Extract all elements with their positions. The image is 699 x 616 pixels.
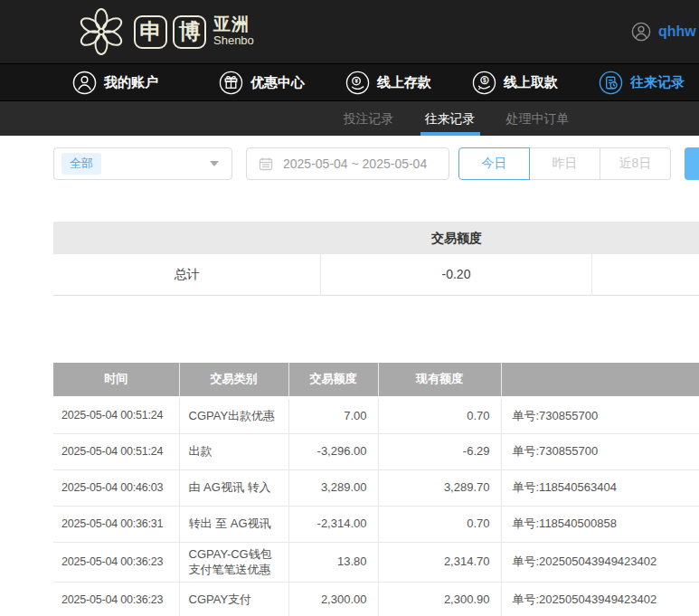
user-account[interactable]: qhhw xyxy=(631,0,696,63)
cell-balance: 0.70 xyxy=(378,506,501,542)
page: 申 博 亚洲 Shenbo qhhw 我的账户 xyxy=(0,0,699,616)
tab-label: 投注记录 xyxy=(344,111,394,126)
cell-memo: 单号:730855700 xyxy=(501,433,699,469)
col-header-time: 时间 xyxy=(53,363,179,397)
chevron-down-icon xyxy=(210,161,219,166)
cell-balance: 0.70 xyxy=(378,397,501,433)
cell-type: CGPAY-CG钱包支付笔笔送优惠 xyxy=(179,542,288,582)
cell-time: 2025-05-04 00:36:23 xyxy=(53,582,179,616)
summary-total-amount: -0.20 xyxy=(321,254,592,295)
withdraw-icon: $ xyxy=(472,71,496,95)
cell-amount: 7.00 xyxy=(288,397,378,433)
nav-label: 我的账户 xyxy=(104,74,158,91)
selected-category-chip: 全部 xyxy=(61,153,101,175)
table-row: 2025-05-04 00:51:24 出款 -3,296.00 -6.29 单… xyxy=(53,433,699,469)
svg-text:¥: ¥ xyxy=(354,77,358,83)
quick-date-buttons: 今日 昨日 近8日 xyxy=(458,147,671,180)
summary-amount-header: 交易额度 xyxy=(321,222,592,254)
cell-balance: 2,314.70 xyxy=(378,542,501,582)
cell-amount: 3,289.00 xyxy=(288,469,378,506)
summary-empty-cell xyxy=(592,254,699,295)
cell-type: 转出 至 AG视讯 xyxy=(179,506,288,542)
tab-label: 处理中订单 xyxy=(506,111,570,126)
cell-time: 2025-05-04 00:51:24 xyxy=(53,397,179,433)
nav-item-my-account[interactable]: 我的账户 xyxy=(72,71,158,95)
nav-label: 线上取款 xyxy=(504,74,558,91)
date-range-text: 2025-05-04 ~ 2025-05-04 xyxy=(283,156,427,171)
table-row: 2025-05-04 00:46:03 由 AG视讯 转入 3,289.00 3… xyxy=(53,469,699,506)
cell-time: 2025-05-04 00:36:23 xyxy=(53,542,179,582)
cell-balance: 3,289.70 xyxy=(378,469,501,506)
cell-amount: 2,300.00 xyxy=(288,582,378,616)
today-button[interactable]: 今日 xyxy=(458,147,530,180)
top-bar: 申 博 亚洲 Shenbo qhhw xyxy=(0,0,699,63)
category-select[interactable]: 全部 xyxy=(53,147,232,180)
cell-amount: -3,296.00 xyxy=(288,433,378,469)
account-icon xyxy=(72,71,97,95)
last-8-days-button[interactable]: 近8日 xyxy=(600,147,671,180)
summary-header-row: 交易额度 xyxy=(53,222,699,254)
table-header-row: 时间 交易类别 交易额度 现有额度 摘要 xyxy=(53,363,699,397)
nav-label: 往来记录 xyxy=(630,74,685,91)
username-text: qhhw xyxy=(658,24,696,40)
logo-region-text: 亚洲 xyxy=(213,15,254,34)
logo-char: 申 xyxy=(140,17,162,46)
calendar-icon xyxy=(258,156,274,172)
user-avatar-icon xyxy=(631,22,651,42)
brand-logo[interactable]: 申 博 亚洲 Shenbo xyxy=(76,6,254,57)
cell-time: 2025-05-04 00:36:31 xyxy=(53,506,179,542)
summary-total-row: 总计 -0.20 xyxy=(53,254,699,296)
tab-pending-orders[interactable]: 处理中订单 xyxy=(506,101,570,136)
cell-type: CGPAY出款优惠 xyxy=(179,397,288,433)
table-row: 2025-05-04 00:36:23 CGPAY-CG钱包支付笔笔送优惠 13… xyxy=(53,542,699,582)
cell-time: 2025-05-04 00:51:24 xyxy=(53,433,179,469)
gift-icon xyxy=(219,71,243,95)
content-area: 全部 2025-05-04 ~ 2025-05-04 今日 昨日 近8日 xyxy=(0,136,699,616)
deposit-icon: ¥ xyxy=(345,71,370,95)
logo-char-box: 博 xyxy=(173,15,206,49)
nav-item-records[interactable]: 往来记录 xyxy=(599,71,685,95)
logo-wordmark: 亚洲 Shenbo xyxy=(213,15,254,47)
cell-type: 出款 xyxy=(179,433,288,469)
cell-type: 由 AG视讯 转入 xyxy=(179,469,288,506)
nav-label: 优惠中心 xyxy=(250,74,305,91)
nav-item-withdraw[interactable]: $ 线上取款 xyxy=(472,71,558,95)
summary-table: 交易额度 总计 -0.20 xyxy=(53,222,699,296)
col-header-memo: 摘要 xyxy=(501,363,699,397)
table-row: 2025-05-04 00:51:24 CGPAY出款优惠 7.00 0.70 … xyxy=(53,397,699,433)
col-header-type: 交易类别 xyxy=(179,363,288,397)
cell-amount: -2,314.00 xyxy=(288,506,378,542)
table-row: 2025-05-04 00:36:31 转出 至 AG视讯 -2,314.00 … xyxy=(53,506,699,542)
search-button-clipped[interactable] xyxy=(685,147,699,180)
cell-memo: 单号:202505043949423402 xyxy=(501,582,699,616)
tab-betting-records[interactable]: 投注记录 xyxy=(344,101,394,136)
table-row: 2025-05-04 00:36:23 CGPAY支付 2,300.00 2,3… xyxy=(53,582,699,616)
col-header-balance: 现有额度 xyxy=(378,363,501,397)
logo-char: 博 xyxy=(179,17,201,46)
cell-memo: 单号:118540563404 xyxy=(501,469,699,506)
sub-navigation: 投注记录 往来记录 处理中订单 xyxy=(0,101,699,136)
logo-char-box: 申 xyxy=(134,15,167,49)
cell-amount: 13.80 xyxy=(288,542,378,582)
date-range-picker[interactable]: 2025-05-04 ~ 2025-05-04 xyxy=(246,147,449,180)
nav-label: 线上存款 xyxy=(377,74,431,91)
yesterday-button[interactable]: 昨日 xyxy=(529,147,600,180)
filter-row: 全部 2025-05-04 ~ 2025-05-04 今日 昨日 近8日 xyxy=(53,136,699,180)
cell-memo: 单号:118540500858 xyxy=(501,506,699,542)
nav-item-promotions[interactable]: 优惠中心 xyxy=(219,71,305,95)
records-icon xyxy=(599,71,623,95)
cell-memo: 单号:202505043949423402 xyxy=(501,542,699,582)
svg-text:$: $ xyxy=(483,76,486,83)
nav-item-deposit[interactable]: ¥ 线上存款 xyxy=(345,71,431,95)
transactions-table: 时间 交易类别 交易额度 现有额度 摘要 2025-05-04 00:51:24… xyxy=(53,363,699,616)
transactions-table-wrap: 时间 交易类别 交易额度 现有额度 摘要 2025-05-04 00:51:24… xyxy=(53,363,699,616)
cell-balance: 2,300.90 xyxy=(378,582,501,616)
cell-time: 2025-05-04 00:46:03 xyxy=(53,469,179,506)
tab-transaction-records[interactable]: 往来记录 xyxy=(425,101,476,136)
cell-memo: 单号:730855700 xyxy=(501,397,699,433)
col-header-amount: 交易额度 xyxy=(288,363,378,397)
cell-type: CGPAY支付 xyxy=(179,582,288,616)
logo-en-text: Shenbo xyxy=(213,34,254,47)
main-navigation: 我的账户 优惠中心 ¥ 线上存款 xyxy=(0,63,699,101)
flower-logo-icon xyxy=(76,6,127,57)
